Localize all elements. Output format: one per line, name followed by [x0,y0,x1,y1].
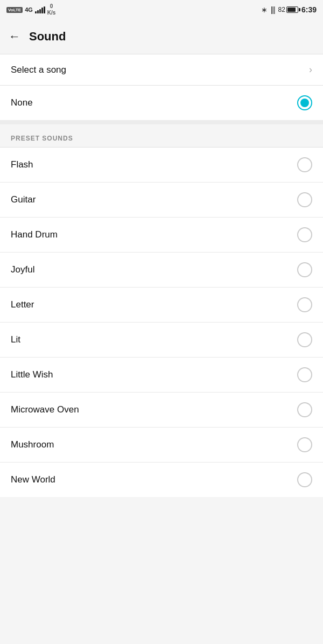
header: ← Sound [0,19,323,54]
status-right: ∗ ||| 82 6:39 [261,5,317,14]
sound-radio-microwave-oven[interactable] [297,402,312,417]
bluetooth-icon: ∗ [261,5,268,14]
sound-label-little-wish: Little Wish [11,369,53,380]
none-option-label: None [11,97,33,108]
sound-radio-lit[interactable] [297,332,312,347]
sound-label-hand-drum: Hand Drum [11,229,58,240]
sound-radio-joyful[interactable] [297,262,312,277]
sound-radio-mushroom[interactable] [297,437,312,452]
data-speed: 0 K/s [47,3,56,16]
sound-radio-little-wish[interactable] [297,367,312,382]
sound-radio-hand-drum[interactable] [297,227,312,242]
sound-label-lit: Lit [11,334,20,345]
preset-sounds-heading: PRESET SOUNDS [11,135,73,142]
status-left: VoLTE 4G 0 K/s [6,3,55,16]
sound-label-letter: Letter [11,299,34,310]
sound-radio-new-world[interactable] [297,472,312,487]
none-option-row[interactable]: None [0,86,323,120]
sound-item-letter[interactable]: Letter [0,287,323,322]
sound-item-joyful[interactable]: Joyful [0,252,323,287]
sound-label-mushroom: Mushroom [11,439,54,450]
sound-item-little-wish[interactable]: Little Wish [0,357,323,392]
sound-label-guitar: Guitar [11,194,36,205]
sound-radio-letter[interactable] [297,297,312,312]
chevron-right-icon: › [309,64,312,75]
status-time: 6:39 [301,5,317,14]
section-divider [0,120,323,124]
select-song-label: Select a song [11,65,66,75]
sound-label-microwave-oven: Microwave Oven [11,404,79,415]
battery-container: 82 [278,6,298,13]
volte-badge: VoLTE [6,7,23,13]
none-radio[interactable] [297,95,312,110]
sound-radio-guitar[interactable] [297,192,312,207]
back-button[interactable]: ← [9,30,20,44]
signal-bars [35,6,45,13]
sound-item-guitar[interactable]: Guitar [0,182,323,217]
page-title: Sound [29,30,66,44]
select-song-row[interactable]: Select a song › [0,54,323,85]
battery-icon [286,6,298,13]
sound-label-joyful: Joyful [11,264,34,275]
sound-item-lit[interactable]: Lit [0,322,323,357]
sound-label-flash: Flash [11,159,33,170]
sound-label-new-world: New World [11,474,55,485]
preset-sounds-section-header: PRESET SOUNDS [0,124,323,147]
sound-item-mushroom[interactable]: Mushroom [0,427,323,462]
sounds-list: FlashGuitarHand DrumJoyfulLetterLitLittl… [0,148,323,497]
battery-percent: 82 [278,6,285,13]
sound-item-flash[interactable]: Flash [0,148,323,182]
sound-item-hand-drum[interactable]: Hand Drum [0,217,323,252]
network-type: 4G [25,6,33,13]
sound-radio-flash[interactable] [297,157,312,172]
vibrate-icon: ||| [271,5,275,14]
battery-fill [287,8,296,12]
sound-item-microwave-oven[interactable]: Microwave Oven [0,392,323,427]
sound-item-new-world[interactable]: New World [0,462,323,497]
status-bar: VoLTE 4G 0 K/s ∗ ||| 82 6:39 [0,0,323,19]
